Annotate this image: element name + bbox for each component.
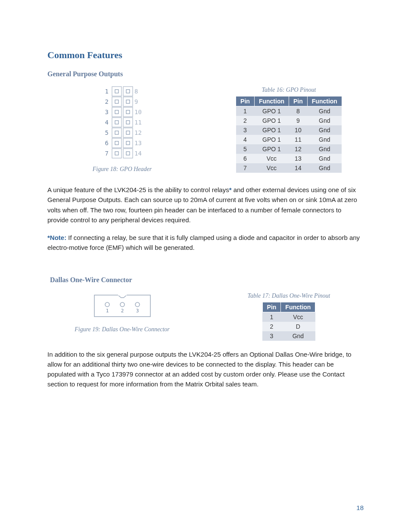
svg-rect-27 <box>123 128 133 137</box>
table-cell: GPO 1 <box>254 135 289 144</box>
gpo-figure-caption: Figure 18: GPO Header <box>47 166 197 173</box>
table-cell: Gnd <box>307 135 342 144</box>
gpo-paragraph: A unique feature of the LVK204-25 is the… <box>47 185 364 225</box>
svg-text:1: 1 <box>106 308 109 314</box>
svg-rect-13 <box>112 107 121 117</box>
table-cell: 5 <box>236 144 255 154</box>
svg-rect-1 <box>112 87 121 96</box>
table-cell: 8 <box>289 106 308 116</box>
table-cell: GPO 1 <box>254 144 289 154</box>
svg-rect-20 <box>115 121 118 124</box>
table-cell: Vcc <box>254 154 289 163</box>
gpo-note-text: If connecting a relay, be sure that it i… <box>47 234 360 251</box>
table-header: Pin <box>262 302 281 312</box>
table-row: 1Vcc <box>262 312 315 322</box>
svg-rect-40 <box>126 152 130 155</box>
table-cell: 4 <box>236 135 255 144</box>
table-cell: GPO 1 <box>254 106 289 116</box>
svg-text:11: 11 <box>134 119 142 126</box>
svg-rect-15 <box>123 107 133 117</box>
table-cell: Gnd <box>281 331 315 341</box>
svg-rect-22 <box>126 121 130 124</box>
table-cell: 1 <box>262 312 281 322</box>
table-row: 7Vcc14Gnd <box>236 163 342 173</box>
dallas-figure-caption: Figure 19: Dallas One-Wire Connector <box>47 326 197 333</box>
table-cell: Gnd <box>307 144 342 154</box>
svg-text:12: 12 <box>134 129 142 136</box>
table-cell: 2 <box>236 116 255 125</box>
svg-rect-32 <box>115 141 118 145</box>
gpo-table-caption: Table 16: GPO Pinout <box>214 87 364 93</box>
svg-point-45 <box>120 302 125 307</box>
svg-text:2: 2 <box>121 308 124 314</box>
subsection-gpo: General Purpose Outputs <box>47 70 364 78</box>
table-cell: 7 <box>236 163 255 173</box>
svg-text:13: 13 <box>134 140 142 146</box>
svg-rect-10 <box>126 100 130 103</box>
svg-rect-34 <box>126 141 130 145</box>
svg-rect-3 <box>123 87 133 96</box>
svg-text:9: 9 <box>134 98 138 105</box>
table-cell: 10 <box>289 125 308 135</box>
table-cell: GPO 1 <box>254 116 289 125</box>
table-cell: Vcc <box>281 312 315 322</box>
svg-text:1: 1 <box>105 88 108 95</box>
table-cell: 13 <box>289 154 308 163</box>
svg-rect-16 <box>126 110 130 114</box>
gpo-pinout-table: PinFunctionPinFunction 1GPO 18Gnd2GPO 19… <box>236 96 342 173</box>
svg-text:3: 3 <box>136 308 139 314</box>
table-cell: Gnd <box>307 116 342 125</box>
gpo-note: *Note: If connecting a relay, be sure th… <box>47 233 364 253</box>
table-cell: D <box>281 322 315 331</box>
table-header: Function <box>307 96 342 106</box>
table-cell: 3 <box>236 125 255 135</box>
svg-text:6: 6 <box>105 140 108 146</box>
svg-rect-39 <box>123 149 133 158</box>
dallas-pinout-table: PinFunction 1Vcc2D3Gnd <box>262 302 316 341</box>
table-cell: 9 <box>289 116 308 125</box>
svg-text:4: 4 <box>105 119 108 126</box>
table-row: 3GPO 110Gnd <box>236 125 342 135</box>
table-cell: Gnd <box>307 163 342 173</box>
svg-rect-38 <box>115 152 118 155</box>
table-cell: Vcc <box>254 163 289 173</box>
table-cell: 11 <box>289 135 308 144</box>
svg-text:2: 2 <box>105 98 108 105</box>
svg-text:5: 5 <box>105 129 108 136</box>
gpo-table-block: Table 16: GPO Pinout PinFunctionPinFunct… <box>214 83 364 173</box>
dallas-paragraph: In addition to the six general purpose o… <box>47 349 364 389</box>
table-header: Pin <box>236 96 255 106</box>
svg-rect-7 <box>112 97 121 106</box>
svg-rect-25 <box>112 128 121 137</box>
dallas-figure-block: 1 2 3 Figure 19: Dallas One-Wire Connect… <box>47 289 197 333</box>
table-cell: 12 <box>289 144 308 154</box>
gpo-header-diagram: 1829310411512613714 <box>97 83 148 161</box>
svg-rect-4 <box>126 90 130 93</box>
table-row: 2GPO 19Gnd <box>236 116 342 125</box>
table-cell: Gnd <box>307 125 342 135</box>
svg-rect-33 <box>123 138 133 148</box>
svg-text:8: 8 <box>134 88 138 95</box>
svg-text:3: 3 <box>105 109 108 115</box>
table-cell: Gnd <box>307 106 342 116</box>
table-header: Pin <box>289 96 308 106</box>
table-row: 2D <box>262 322 315 331</box>
gpo-para-text-1: A unique feature of the LVK204-25 is the… <box>47 186 229 193</box>
dallas-table-block: Table 17: Dallas One-Wire Pinout PinFunc… <box>214 289 364 341</box>
table-cell: Gnd <box>307 154 342 163</box>
svg-point-46 <box>135 302 140 307</box>
table-row: 4GPO 111Gnd <box>236 135 342 144</box>
svg-rect-43 <box>118 295 127 296</box>
svg-rect-14 <box>115 110 118 114</box>
table-row: 5GPO 112Gnd <box>236 144 342 154</box>
svg-rect-28 <box>126 131 130 134</box>
svg-rect-2 <box>115 90 118 93</box>
table-row: 1GPO 18Gnd <box>236 106 342 116</box>
table-row: 3Gnd <box>262 331 315 341</box>
gpo-note-label: *Note: <box>47 234 66 241</box>
svg-text:14: 14 <box>134 150 142 157</box>
svg-rect-8 <box>115 100 118 103</box>
subsection-dallas: Dallas One-Wire Connector <box>50 276 364 284</box>
svg-rect-9 <box>123 97 133 106</box>
svg-text:7: 7 <box>105 150 108 157</box>
